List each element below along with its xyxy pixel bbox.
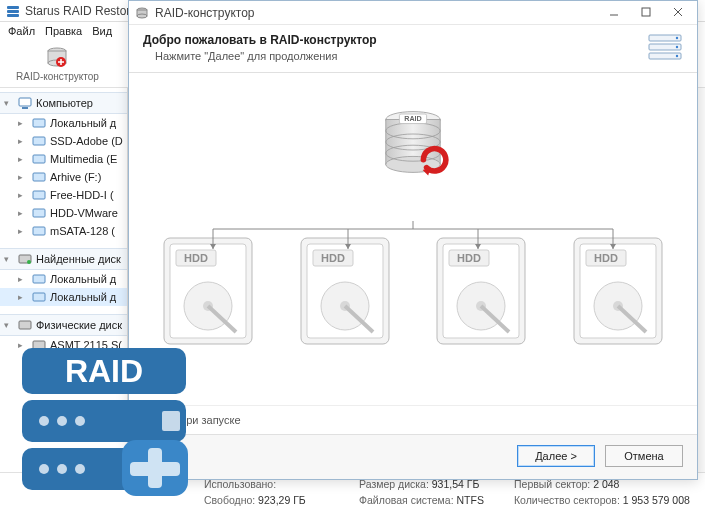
dialog-header: Добро пожаловать в RAID-конструктор Нажм… <box>129 25 697 73</box>
svg-point-33 <box>676 46 678 48</box>
tree-item[interactable]: ▸HDD-VMware <box>0 204 127 222</box>
dialog-body: RAID HDD HDD HDD <box>129 73 697 405</box>
svg-rect-13 <box>33 191 45 199</box>
chevron-down-icon: ▾ <box>4 254 14 264</box>
tree-item[interactable]: ▸SSD-Adobe (D <box>0 132 127 150</box>
svg-point-72 <box>75 416 85 426</box>
svg-rect-73 <box>162 411 180 431</box>
next-button[interactable]: Далее > <box>517 445 595 467</box>
svg-point-24 <box>137 14 147 18</box>
raid-product-logo: RAID <box>14 340 194 500</box>
tree-group-physical[interactable]: ▾ Физические диск <box>0 314 127 336</box>
dialog-icon <box>135 6 149 20</box>
startup-checkbox[interactable]: тер при запуске <box>143 414 683 426</box>
svg-rect-26 <box>642 8 650 16</box>
svg-point-32 <box>676 37 678 39</box>
status-free-label: Свободно: <box>204 494 255 506</box>
dialog-button-row: Далее > Отмена <box>129 434 697 479</box>
status-fs-value: NTFS <box>456 494 483 506</box>
menu-file[interactable]: Файл <box>8 25 35 37</box>
menu-view[interactable]: Вид <box>92 25 112 37</box>
minimize-button[interactable] <box>599 3 629 21</box>
svg-rect-9 <box>33 119 45 127</box>
svg-rect-8 <box>22 107 28 109</box>
menu-edit[interactable]: Правка <box>45 25 82 37</box>
cancel-button[interactable]: Отмена <box>605 445 683 467</box>
svg-rect-15 <box>33 227 45 235</box>
svg-point-77 <box>75 464 85 474</box>
app-icon <box>6 4 20 18</box>
svg-rect-18 <box>33 275 45 283</box>
tree-group-found[interactable]: ▾ Найденные диск <box>0 248 127 270</box>
raid-stack-icon: RAID <box>377 101 449 191</box>
svg-point-70 <box>39 416 49 426</box>
found-disks-icon <box>18 252 32 266</box>
status-nsec-value: 1 953 579 008 <box>623 494 690 506</box>
svg-point-76 <box>57 464 67 474</box>
chevron-down-icon: ▾ <box>4 98 14 108</box>
raid-constructor-icon <box>45 46 69 70</box>
dialog-heading: Добро пожаловать в RAID-конструктор <box>143 33 377 47</box>
tree-group-computer[interactable]: ▾ Компьютер <box>0 92 127 114</box>
tree-item[interactable]: ▸mSATA-128 ( <box>0 222 127 240</box>
physical-disks-icon <box>18 318 32 332</box>
server-stack-icon <box>647 33 683 61</box>
drive-icon <box>32 116 46 130</box>
dialog-subheading: Нажмите "Далее" для продолжения <box>155 50 377 62</box>
chevron-down-icon: ▾ <box>4 320 14 330</box>
svg-point-34 <box>676 55 678 57</box>
raid-connectors <box>153 221 673 261</box>
tree-item[interactable]: ▸Multimedia (E <box>0 150 127 168</box>
svg-rect-2 <box>7 14 19 17</box>
svg-point-71 <box>57 416 67 426</box>
status-free-value: 923,29 ГБ <box>258 494 306 506</box>
chevron-right-icon: ▸ <box>18 118 28 128</box>
svg-rect-1 <box>7 10 19 13</box>
tree-item[interactable]: ▸Локальный д <box>0 270 127 288</box>
svg-text:RAID: RAID <box>404 114 422 123</box>
svg-text:RAID: RAID <box>65 353 143 389</box>
status-nsec-label: Количество секторов: <box>514 494 620 506</box>
dialog-titlebar[interactable]: RAID-конструктор <box>129 1 697 25</box>
tree-item[interactable]: ▸Arhive (F:) <box>0 168 127 186</box>
svg-rect-0 <box>7 6 19 9</box>
raid-constructor-label: RAID-конструктор <box>16 71 99 82</box>
svg-rect-14 <box>33 209 45 217</box>
svg-rect-11 <box>33 155 45 163</box>
maximize-button[interactable] <box>631 3 661 21</box>
svg-rect-10 <box>33 137 45 145</box>
raid-constructor-dialog: RAID-конструктор Добро пожаловать в RAID… <box>128 0 698 480</box>
svg-rect-12 <box>33 173 45 181</box>
svg-rect-20 <box>19 321 31 329</box>
tree-item[interactable]: ▸Локальный д <box>0 288 127 306</box>
tree-item[interactable]: ▸Free-HDD-I ( <box>0 186 127 204</box>
svg-rect-7 <box>19 98 31 106</box>
svg-point-17 <box>27 260 31 264</box>
tree-item[interactable]: ▸Локальный д <box>0 114 127 132</box>
dialog-title: RAID-конструктор <box>155 6 254 20</box>
svg-rect-80 <box>130 462 180 476</box>
svg-point-75 <box>39 464 49 474</box>
computer-icon <box>18 96 32 110</box>
raid-constructor-button[interactable]: RAID-конструктор <box>8 43 107 84</box>
svg-rect-19 <box>33 293 45 301</box>
status-fs-label: Файловая система: <box>359 494 454 506</box>
dialog-options-row: тер при запуске <box>129 405 697 434</box>
close-button[interactable] <box>663 3 693 21</box>
